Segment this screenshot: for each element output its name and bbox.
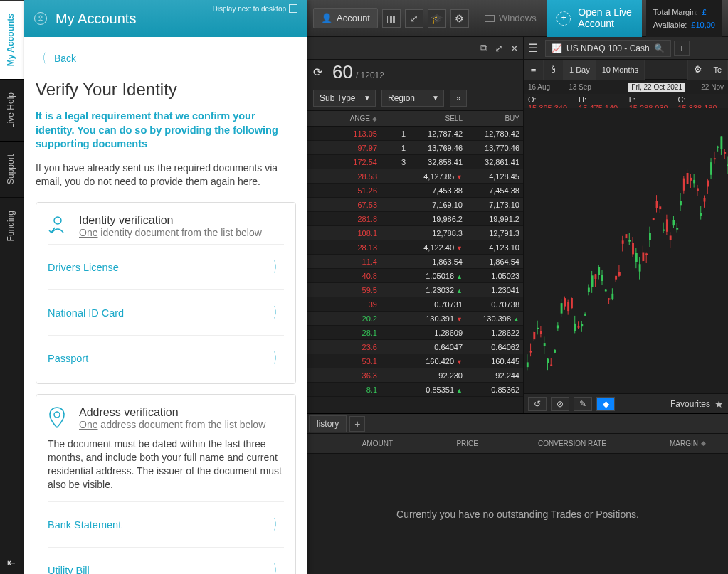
candle-icon[interactable]: 🕯 <box>544 60 564 80</box>
col-sell[interactable]: SELL <box>410 115 467 122</box>
marker-icon[interactable]: ◆ <box>596 397 615 411</box>
edit-icon[interactable]: ✎ <box>574 397 592 411</box>
table-row[interactable]: 36.392.23092.244 <box>307 368 523 383</box>
close-icon[interactable]: ✕ <box>510 43 519 54</box>
table-row[interactable]: 40.81.05016 ▲1.05023 <box>307 269 523 283</box>
col-total-pl[interactable]: TOTAL P&L <box>713 440 728 447</box>
table-row[interactable]: 51.267,453.387,454.38 <box>307 184 523 198</box>
svg-rect-102 <box>693 180 695 183</box>
legal-requirement-text: It is a legal requirement that we confir… <box>36 110 296 152</box>
table-row[interactable]: 281.819,986.219,991.2 <box>307 212 523 226</box>
svg-rect-58 <box>618 272 621 276</box>
account-stats: Total Margin: £ Available: £10,00 <box>646 0 722 37</box>
chevron-right-icon: 〉 <box>273 257 281 277</box>
svg-rect-72 <box>642 253 644 262</box>
open-live-account-button[interactable]: + Open a LiveAccount <box>547 0 642 37</box>
table-row[interactable]: 108.112,788.312,791.3 <box>307 226 523 240</box>
display-next-to-desktop-toggle[interactable]: Display next to desktop <box>213 4 297 13</box>
quotes-panel-controls: ⧉ ⤢ ✕ <box>307 37 523 60</box>
table-row[interactable]: 11.41,863.541,864.54 <box>307 255 523 269</box>
toolbar-settings-icon[interactable]: ⚙ <box>687 60 707 80</box>
table-row[interactable]: 28.134,122.40 ▼4,123.10 <box>307 240 523 255</box>
menu-education-icon[interactable]: 🎓 <box>428 9 446 28</box>
svg-rect-70 <box>639 264 641 271</box>
table-row[interactable]: 390.707310.70738 <box>307 297 523 312</box>
menu-account-button[interactable]: 👤 Account <box>313 8 378 28</box>
table-row[interactable]: 113.05112,787.4212,789.42 <box>307 127 523 141</box>
svg-rect-10 <box>537 328 539 329</box>
toolbar-te[interactable]: Te <box>707 60 728 80</box>
hamburger-icon[interactable]: ☰ <box>528 41 542 55</box>
filters-more-button[interactable]: » <box>450 90 467 107</box>
address-card-description: The document must be dated within the la… <box>48 437 284 491</box>
popout-icon[interactable]: ⧉ <box>480 42 487 54</box>
chevron-right-icon: 〉 <box>273 560 281 574</box>
interval-list-icon[interactable]: ≡ <box>524 60 544 80</box>
side-tab-funding[interactable]: Funding <box>0 197 24 254</box>
collapse-sidebar-icon[interactable]: ⇤ <box>7 557 16 568</box>
table-row[interactable]: 8.10.85351 ▲0.85362 <box>307 383 523 397</box>
table-row[interactable]: 28.534,127.85 ▼4,128.45 <box>307 169 523 184</box>
svg-rect-44 <box>594 274 596 279</box>
axis-hover-label: Fri, 22 Oct 2021 <box>628 83 685 92</box>
col-change[interactable]: ANGE◆ <box>342 115 381 122</box>
side-tab-live-help[interactable]: Live Help <box>0 79 24 141</box>
col-amount[interactable]: AMOUNT <box>315 440 400 447</box>
svg-rect-86 <box>666 219 668 231</box>
favourites-label[interactable]: Favourites <box>670 399 710 409</box>
svg-rect-38 <box>584 314 586 316</box>
col-conversion-rate[interactable]: CONVERSION RATE <box>485 440 613 447</box>
range-10months[interactable]: 10 Months <box>596 60 645 80</box>
fullscreen-icon[interactable]: ⤢ <box>495 43 503 54</box>
menu-layout-icon[interactable]: ▥ <box>382 9 401 28</box>
search-icon[interactable]: 🔍 <box>654 43 665 53</box>
chart-tab-ndaq[interactable]: 📈 US NDAQ 100 - Cash 🔍 <box>545 40 671 57</box>
table-row[interactable]: 97.97113,769.4613,770.46 <box>307 141 523 155</box>
table-row[interactable]: 28.11.286091.28622 <box>307 326 523 340</box>
filter-subtype-select[interactable]: Sub Type▼ <box>313 90 376 107</box>
chart-add-tab[interactable]: + <box>674 41 690 56</box>
star-icon[interactable]: ★ <box>714 398 724 410</box>
positions-tab-history[interactable]: listory <box>309 415 347 432</box>
interval-1day[interactable]: 1 Day <box>564 60 596 80</box>
col-price[interactable]: PRICE <box>400 440 485 447</box>
svg-rect-8 <box>533 332 535 339</box>
undo-icon[interactable]: ↺ <box>528 397 547 411</box>
chevron-right-icon: 〉 <box>273 515 281 534</box>
filter-region-select[interactable]: Region▼ <box>381 90 444 107</box>
menu-settings-icon[interactable]: ⚙ <box>450 9 469 28</box>
table-row[interactable]: 59.51.23032 ▲1.23041 <box>307 283 523 297</box>
col-margin[interactable]: MARGIN◆ <box>613 440 713 447</box>
user-icon <box>34 12 47 25</box>
doc-bank-statement[interactable]: Bank Statement〉 <box>48 501 284 547</box>
doc-passport[interactable]: Passport〉 <box>48 335 284 381</box>
doc-national-id[interactable]: National ID Card〉 <box>48 289 284 335</box>
table-row[interactable]: 20.2130.391 ▼130.398 ▲ <box>307 312 523 326</box>
table-row[interactable]: 172.54332,858.4132,861.41 <box>307 155 523 169</box>
svg-rect-18 <box>550 365 552 366</box>
positions-add-tab[interactable]: + <box>349 416 365 432</box>
refresh-icon[interactable]: ⟳ <box>313 65 322 79</box>
svg-rect-82 <box>659 206 661 209</box>
doc-utility-bill[interactable]: Utility Bill〉 <box>48 547 284 574</box>
side-tab-my-accounts[interactable]: My Accounts <box>0 0 24 79</box>
chevron-right-icon: 〉 <box>273 303 281 322</box>
table-row[interactable]: 23.60.640470.64062 <box>307 340 523 354</box>
doc-drivers-license[interactable]: Drivers License〉 <box>48 244 284 289</box>
identity-verification-card: Identity verification One identity docum… <box>36 202 296 384</box>
menu-windows[interactable]: Windows <box>473 13 537 23</box>
table-row[interactable]: 53.1160.420 ▼160.445 <box>307 354 523 368</box>
svg-rect-106 <box>700 213 702 216</box>
disable-icon[interactable]: ⊘ <box>551 397 569 411</box>
address-card-subtitle: One address document from the list below <box>79 419 265 430</box>
table-row[interactable]: 67.537,169.107,173.10 <box>307 198 523 212</box>
menu-expand-icon[interactable]: ⤢ <box>405 9 423 28</box>
identity-card-title: Identity verification <box>79 214 262 227</box>
identity-card-subtitle: One identity document from the list belo… <box>79 227 262 238</box>
col-buy[interactable]: BUY <box>467 115 524 122</box>
svg-rect-92 <box>676 228 678 230</box>
back-link[interactable]: 〈 Back <box>36 37 296 80</box>
side-tab-support[interactable]: Support <box>0 141 24 197</box>
chart-canvas[interactable] <box>524 108 728 393</box>
my-accounts-header: My Accounts Display next to desktop <box>24 0 307 37</box>
